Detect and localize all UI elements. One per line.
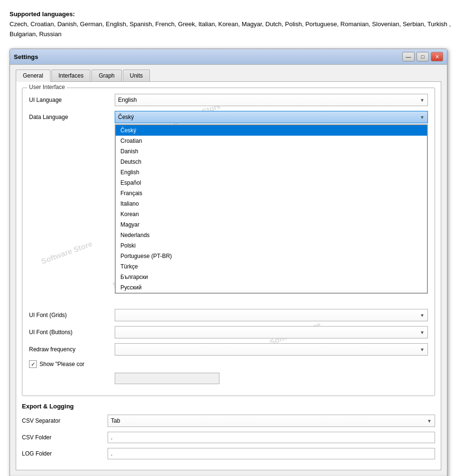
redraw-frequency-label: Redraw frequency (29, 346, 115, 353)
csv-separator-label: CSV Separator (22, 417, 108, 424)
language-item-portuguese[interactable]: Portuguese (PT-BR) (116, 251, 427, 261)
redraw-frequency-arrow: ▼ (420, 347, 425, 352)
language-list: Český Croatian Danish Deutsch English Es… (115, 125, 427, 293)
log-folder-control: . (108, 448, 435, 459)
csv-separator-arrow: ▼ (427, 418, 432, 424)
language-item-korean[interactable]: Korean (116, 209, 427, 219)
language-item-espanol[interactable]: Español (116, 178, 427, 188)
data-language-row: Data Language Český ▼ Český Croatian Dan… (29, 111, 428, 123)
language-item-polski[interactable]: Polski (116, 240, 427, 251)
show-please-checkbox[interactable]: ✓ (29, 360, 37, 368)
csv-separator-row: CSV Separator Tab ▼ (22, 415, 435, 427)
export-logging-section: Export & Logging CSV Separator Tab ▼ CSV… (22, 403, 435, 459)
language-item-francais[interactable]: Français (116, 188, 427, 198)
language-item-magyar[interactable]: Magyar (116, 219, 427, 230)
data-language-label: Data Language (29, 114, 115, 120)
language-item-croatian[interactable]: Croatian (116, 136, 427, 146)
data-language-select[interactable]: Český ▼ (115, 111, 428, 123)
tab-content-general: Software Store Software Store Software S… (16, 81, 441, 470)
log-folder-label: LOG Folder (22, 450, 108, 457)
title-bar: Settings — □ ✕ (10, 49, 447, 65)
csv-separator-control: Tab ▼ (108, 415, 435, 427)
button-row (29, 373, 428, 384)
language-item-bulgarski[interactable]: Български (116, 272, 427, 282)
ui-language-select[interactable]: English ▼ (115, 94, 428, 106)
tab-units[interactable]: Units (123, 69, 150, 82)
dialog-body: General Interfaces Graph Units Software … (10, 65, 447, 475)
ui-language-row: UI Language English ▼ (29, 94, 428, 106)
language-item-russkiy[interactable]: Русский (116, 282, 427, 293)
settings-dialog: Settings — □ ✕ General Interfaces Graph … (10, 49, 447, 476)
supported-languages-title: Supported languages: (10, 10, 75, 18)
minimize-button[interactable]: — (402, 52, 415, 61)
ui-font-buttons-label: UI Font (Buttons) (29, 329, 115, 336)
data-language-dropdown: Český Croatian Danish Deutsch English Es… (115, 124, 428, 294)
tab-bar: General Interfaces Graph Units (16, 69, 441, 82)
ui-font-buttons-arrow: ▼ (420, 330, 425, 335)
ui-language-label: UI Language (29, 97, 115, 103)
data-language-value: Český (118, 114, 134, 120)
tab-interfaces[interactable]: Interfaces (51, 69, 91, 82)
language-item-deutsch[interactable]: Deutsch (116, 157, 427, 167)
user-interface-group: User Interface UI Language English ▼ Dat… (22, 88, 435, 396)
ui-font-grids-arrow: ▼ (420, 313, 425, 318)
language-item-danish[interactable]: Danish (116, 146, 427, 157)
ui-language-value: English (118, 97, 137, 103)
log-folder-input[interactable]: . (108, 448, 435, 459)
csv-separator-value: Tab (111, 417, 120, 424)
ui-font-buttons-row: UI Font (Buttons) ▼ (29, 326, 428, 338)
misc-input[interactable] (115, 373, 219, 384)
language-item-cesky[interactable]: Český (116, 125, 427, 136)
redraw-frequency-select[interactable]: ▼ (115, 343, 428, 356)
csv-folder-control: . (108, 432, 435, 443)
redraw-frequency-control: ▼ (115, 343, 428, 356)
language-item-nederlands[interactable]: Nederlands (116, 230, 427, 240)
redraw-frequency-row: Redraw frequency ▼ (29, 343, 428, 356)
ui-font-grids-control: ▼ (115, 309, 428, 321)
show-please-label: Show "Please cor (40, 361, 84, 367)
csv-folder-input[interactable]: . (108, 432, 435, 443)
close-button[interactable]: ✕ (431, 52, 443, 61)
ui-language-arrow: ▼ (420, 98, 425, 103)
ui-font-buttons-control: ▼ (115, 326, 428, 338)
log-folder-value: . (111, 450, 112, 457)
ui-font-grids-select[interactable]: ▼ (115, 309, 428, 321)
ui-language-control: English ▼ (115, 94, 428, 106)
user-interface-group-title: User Interface (27, 84, 67, 90)
maximize-button[interactable]: □ (416, 52, 429, 61)
ui-font-buttons-select[interactable]: ▼ (115, 326, 428, 338)
tab-general[interactable]: General (16, 69, 50, 82)
language-item-english[interactable]: English (116, 167, 427, 178)
data-language-control: Český ▼ (115, 111, 428, 123)
language-item-turkce[interactable]: Türkçe (116, 261, 427, 272)
csv-separator-select[interactable]: Tab ▼ (108, 415, 435, 427)
export-logging-label: Export & Logging (22, 403, 435, 410)
supported-languages-list: Czech, Croatian, Danish, German, English… (10, 20, 451, 38)
ui-font-grids-row: UI Font (Grids) ▼ (29, 309, 428, 321)
log-folder-row: LOG Folder . (22, 448, 435, 459)
button-control (115, 373, 428, 384)
language-item-italiano[interactable]: Italiano (116, 198, 427, 209)
show-please-row: ✓ Show "Please cor (29, 360, 428, 368)
supported-languages-section: Supported languages: Czech, Croatian, Da… (10, 10, 466, 39)
data-language-arrow: ▼ (420, 115, 425, 120)
ui-font-grids-label: UI Font (Grids) (29, 312, 115, 318)
csv-folder-row: CSV Folder . (22, 432, 435, 443)
csv-folder-label: CSV Folder (22, 434, 108, 441)
title-bar-buttons: — □ ✕ (402, 52, 443, 61)
csv-folder-value: . (111, 434, 112, 441)
checkmark-icon: ✓ (31, 361, 35, 367)
tab-graph[interactable]: Graph (91, 69, 121, 82)
dialog-title: Settings (14, 53, 38, 60)
